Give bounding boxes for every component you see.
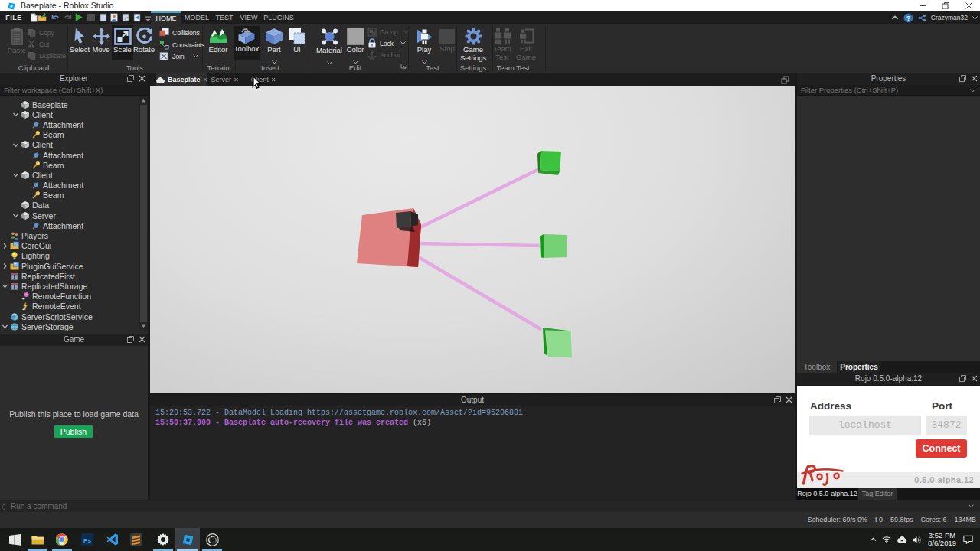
- explorer-float-icon[interactable]: [127, 75, 134, 82]
- exit-game-button[interactable]: Exit Game: [513, 25, 539, 61]
- tab-server[interactable]: Server ✕: [207, 73, 243, 86]
- tree-item-replicatedfirst[interactable]: ReplicatedFirst: [0, 271, 139, 281]
- port-input[interactable]: 34872: [926, 416, 967, 435]
- taskbar-sublime[interactable]: [125, 528, 148, 551]
- tree-item-beam[interactable]: Beam: [0, 191, 139, 201]
- tree-item-attachment[interactable]: Attachment: [0, 181, 139, 191]
- tab-client-close-icon[interactable]: ✕: [271, 77, 276, 83]
- part-button[interactable]: Part: [261, 25, 287, 67]
- taskbar-vscode[interactable]: [101, 528, 124, 551]
- join-button[interactable]: Join: [159, 51, 198, 61]
- volume-icon[interactable]: [913, 536, 921, 544]
- tree-chevron-right-icon[interactable]: [2, 262, 8, 269]
- rotate-tool-button[interactable]: Rotate: [131, 25, 157, 54]
- lock-dropdown-icon[interactable]: [400, 41, 406, 45]
- tree-chevron-down-icon[interactable]: [12, 111, 19, 118]
- taskbar-photoshop[interactable]: Ps: [76, 528, 99, 551]
- tree-chevron-down-icon[interactable]: [12, 212, 19, 219]
- constraints-button[interactable]: Constraints: [159, 40, 204, 50]
- maximize-button[interactable]: [934, 0, 957, 11]
- stop-button[interactable]: Stop: [434, 25, 460, 53]
- tree-item-replicatedstorage[interactable]: ReplicatedStorage: [0, 281, 139, 291]
- lock-button[interactable]: Lock: [368, 38, 394, 48]
- user-dropdown-icon[interactable]: [972, 16, 978, 20]
- minimize-button[interactable]: [911, 0, 934, 11]
- join-dropdown-icon[interactable]: [193, 54, 198, 58]
- tree-chevron-down-icon[interactable]: [12, 171, 19, 178]
- tree-item-serverstorage[interactable]: ServerStorage: [0, 321, 139, 331]
- command-bar[interactable]: Run a command: [0, 500, 980, 512]
- close-button[interactable]: [957, 0, 980, 11]
- terrain-editor-button[interactable]: Editor: [205, 25, 231, 54]
- play-icon[interactable]: [74, 12, 84, 22]
- explorer-close-icon[interactable]: [139, 75, 145, 82]
- file-menu-button[interactable]: FILE: [0, 11, 28, 24]
- properties-filter-dropdown-icon[interactable]: [970, 89, 975, 93]
- tree-item-serverscriptservice[interactable]: ServerScriptService: [0, 311, 139, 321]
- help-icon[interactable]: ?: [903, 13, 913, 23]
- tree-item-baseplate[interactable]: Baseplate: [0, 99, 139, 109]
- properties-header[interactable]: Properties: [797, 73, 980, 85]
- green-cube-3-front[interactable]: [545, 331, 572, 358]
- viewport-float-icon[interactable]: [781, 76, 789, 84]
- tree-item-pluginguiservice[interactable]: PluginGuiService: [0, 261, 139, 271]
- command-input[interactable]: Run a command: [11, 502, 67, 510]
- tab-client[interactable]: Client ✕: [246, 73, 281, 86]
- taskbar-obs[interactable]: [201, 528, 224, 551]
- stop-icon[interactable]: [87, 14, 95, 21]
- output-header[interactable]: Output: [150, 395, 795, 406]
- tree-chevron-right-icon[interactable]: [2, 243, 8, 249]
- tree-item-attachment[interactable]: Attachment: [0, 220, 139, 230]
- tree-chevron-down-icon[interactable]: [12, 142, 19, 148]
- tree-item-client[interactable]: Client: [0, 170, 139, 180]
- explorer-filter-input[interactable]: Filter workspace (Ctrl+Shift+X): [0, 85, 148, 96]
- tree-item-beam[interactable]: Beam: [0, 160, 139, 170]
- green-cube-1-front[interactable]: [540, 151, 561, 171]
- properties-float-icon[interactable]: [959, 75, 966, 82]
- command-dropdown-icon[interactable]: [969, 504, 974, 508]
- rojo-header[interactable]: Rojo 0.5.0-alpha.12: [797, 373, 980, 385]
- rojo-float-icon[interactable]: [959, 375, 966, 382]
- anchor-button[interactable]: Anchor: [368, 50, 400, 60]
- viewport-3d[interactable]: [150, 86, 795, 393]
- edit-dialog-launcher-icon[interactable]: [400, 63, 407, 69]
- taskbar-settings[interactable]: [152, 528, 175, 551]
- team-test-button[interactable]: Team Test: [489, 25, 515, 61]
- address-input[interactable]: localhost: [809, 416, 921, 435]
- taskbar-roblox-studio[interactable]: [175, 528, 200, 551]
- plugin-tab-rojo[interactable]: Rojo 0.5.0-alpha.12: [797, 488, 858, 500]
- game-panel-header[interactable]: Game: [0, 334, 148, 346]
- tree-item-lighting[interactable]: Lighting: [0, 251, 139, 261]
- duplicate-button[interactable]: Duplicate: [28, 51, 66, 60]
- paste-button[interactable]: Paste: [4, 25, 30, 54]
- insert-object-icon[interactable]: [132, 13, 142, 22]
- tree-item-players[interactable]: Players: [0, 230, 139, 240]
- action-center-icon[interactable]: [963, 535, 973, 544]
- material-button[interactable]: Material: [316, 25, 342, 68]
- command-bar-grip[interactable]: [2, 503, 5, 510]
- tree-item-remotefunction[interactable]: RemoteFunction: [0, 292, 139, 302]
- script-gear-icon[interactable]: [121, 13, 130, 22]
- ui-button[interactable]: UI: [284, 25, 310, 54]
- tree-item-attachment[interactable]: Attachment: [0, 119, 139, 129]
- ribbon-tab-home[interactable]: HOME: [151, 11, 181, 24]
- black-cube-front[interactable]: [396, 211, 411, 228]
- dock-tab-toolbox[interactable]: Toolbox: [797, 361, 837, 373]
- tree-item-client[interactable]: Client: [0, 140, 139, 150]
- wifi-icon[interactable]: [882, 536, 891, 543]
- taskbar-chrome[interactable]: [51, 528, 74, 551]
- share-icon[interactable]: [918, 14, 926, 22]
- properties-close-icon[interactable]: [971, 75, 978, 82]
- open-file-icon[interactable]: [38, 13, 47, 22]
- rojo-close-icon[interactable]: [971, 375, 978, 382]
- clock[interactable]: 3:52 PM 8/6/2019: [928, 532, 956, 548]
- ribbon-tab-view[interactable]: VIEW: [237, 11, 261, 24]
- game-settings-button[interactable]: Game Settings: [460, 25, 486, 62]
- redo-icon[interactable]: [64, 13, 73, 22]
- group-button[interactable]: Group: [368, 27, 409, 37]
- explorer-header[interactable]: Explorer: [0, 73, 148, 85]
- publish-button[interactable]: Publish: [54, 425, 93, 438]
- explorer-scrollbar[interactable]: [139, 96, 148, 331]
- plugin-tab-tag-editor[interactable]: Tag Editor: [858, 488, 897, 500]
- game-float-icon[interactable]: [127, 336, 134, 343]
